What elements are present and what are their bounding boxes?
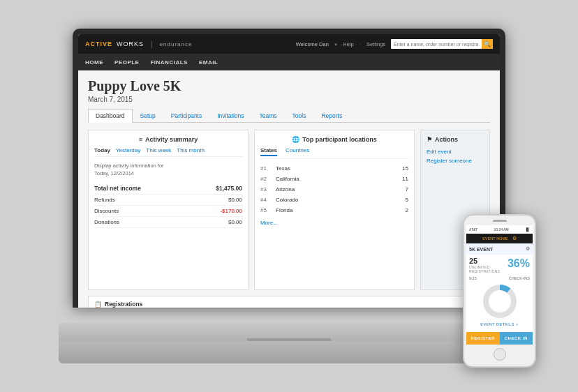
registrations-icon: 📋 [94, 301, 102, 308]
nav-home[interactable]: HOME [85, 59, 103, 66]
phone-time: 10:24 AM [494, 227, 509, 232]
phone-bottom-buttons: REGISTER CHECK IN [466, 332, 533, 345]
nav-financials[interactable]: FINANCIALS [150, 59, 187, 66]
activity-tab-today[interactable]: Today [94, 147, 110, 153]
activity-row-discounts: Discounts -$170.00 [94, 206, 242, 217]
activity-tab-yesterday[interactable]: Yesterday [116, 147, 140, 153]
nav-people[interactable]: PEOPLE [114, 59, 139, 66]
phone-register-button[interactable]: REGISTER [466, 332, 500, 345]
tab-invitations[interactable]: Invitations [209, 109, 251, 122]
activity-panel-title: ≡ Activity summary [94, 136, 242, 143]
phone-checkin-button[interactable]: CHECK IN [500, 332, 533, 345]
app-logo: ACTIVEWORKS | endurance [85, 40, 192, 48]
logo-works-text: WORKS [117, 40, 144, 47]
location-row-1: #1 Texas 15 [260, 163, 408, 174]
app-content: Puppy Love 5K March 7, 2015 Dashboard Se… [78, 70, 500, 308]
tab-setup[interactable]: Setup [133, 109, 163, 122]
phone-event-body: 25 UNLIMITED REGISTRATIONS 36% 9:25 CHEC… [466, 255, 533, 332]
flag-icon: ⚑ [427, 136, 432, 143]
phone-event-name: 5K EVENT [469, 247, 493, 252]
edit-event-link[interactable]: Edit event [427, 149, 484, 155]
phone-settings-icon[interactable]: ⚙ [512, 236, 517, 241]
app-navbar: HOME PEOPLE FINANCIALS EMAIL [78, 54, 500, 70]
phone-screen: AT&T 10:24 AM ▐▌ EVENT HOME ⚙ 5K EVENT ⚙… [466, 225, 533, 345]
tab-teams[interactable]: Teams [252, 109, 285, 122]
logo-endurance-text: endurance [160, 41, 193, 47]
registrations-panel: 📋 Registrations [88, 296, 490, 308]
laptop-screen: ACTIVEWORKS | endurance Welcome Dan ● He… [78, 34, 500, 308]
phone-navbar: EVENT HOME ⚙ [466, 234, 533, 243]
laptop-screen-border: ACTIVEWORKS | endurance Welcome Dan ● He… [73, 29, 505, 308]
welcome-text: Welcome Dan [296, 41, 329, 47]
location-row-4: #4 Colorado 5 [260, 195, 408, 205]
phone-gear-icon[interactable]: ⚙ [526, 246, 530, 252]
locations-panel: 🌐 Top participant locations States Count… [254, 130, 415, 290]
app-topbar: ACTIVEWORKS | endurance Welcome Dan ● He… [78, 34, 500, 54]
locations-panel-title: 🌐 Top participant locations [260, 136, 408, 143]
activity-title-icon: ≡ [139, 136, 142, 143]
logo-divider: | [151, 40, 153, 48]
activity-row-donations: Donations $0.00 [94, 217, 242, 228]
tab-tools[interactable]: Tools [285, 109, 314, 122]
tab-participants[interactable]: Participants [163, 109, 209, 122]
location-row-3: #3 Arizona 7 [260, 184, 408, 195]
global-search-input[interactable] [391, 39, 482, 49]
activity-panel: ≡ Activity summary Today Yesterday This … [88, 130, 249, 290]
main-panels: ≡ Activity summary Today Yesterday This … [88, 130, 490, 290]
location-row-2: #2 California 11 [260, 174, 408, 184]
svg-point-2 [491, 292, 509, 310]
help-link[interactable]: Help [343, 41, 353, 47]
location-tab-states[interactable]: States [260, 147, 277, 156]
location-tab-countries[interactable]: Countries [286, 147, 309, 156]
phone-battery-icon: ▐▌ [525, 227, 530, 232]
register-someone-link[interactable]: Register someone [427, 158, 484, 164]
activity-row-refunds: Refunds $0.00 [94, 195, 242, 206]
laptop-foot [59, 341, 519, 363]
laptop-base [59, 323, 519, 342]
phone-nav-event-home[interactable]: EVENT HOME [482, 236, 507, 241]
phone-carrier: AT&T [469, 227, 477, 232]
activity-info: Display activity information for Today, … [94, 163, 242, 177]
settings-link[interactable]: Settings [366, 41, 385, 47]
laptop: ACTIVEWORKS | endurance Welcome Dan ● He… [59, 29, 519, 363]
globe-icon: 🌐 [292, 136, 299, 143]
phone-speaker [493, 220, 507, 222]
activity-row-income: Total net income $1,475.00 [94, 183, 242, 195]
event-title: Puppy Love 5K [88, 77, 490, 94]
tab-reports[interactable]: Reports [313, 109, 350, 122]
phone-statusbar: AT&T 10:24 AM ▐▌ [466, 225, 533, 234]
topbar-right: Welcome Dan ● Help · Settings 🔍 [296, 39, 493, 49]
phone-event-details-btn[interactable]: EVENT DETAILS > [469, 322, 530, 326]
search-wrapper: 🔍 [391, 39, 493, 49]
activity-tab-week[interactable]: This week [146, 147, 171, 153]
location-tabs: States Countries [260, 147, 408, 159]
phone-check-row: 9:25 CHECK-INS [469, 276, 530, 280]
phone-registrations-stat: 25 UNLIMITED REGISTRATIONS [469, 257, 500, 273]
global-search-button[interactable]: 🔍 [482, 39, 493, 49]
logo-active-text: ACTIVE [85, 40, 112, 47]
actions-title: ⚑ Actions [427, 136, 484, 143]
phone: AT&T 10:24 AM ▐▌ EVENT HOME ⚙ 5K EVENT ⚙… [463, 214, 536, 368]
event-date: March 7, 2015 [88, 96, 490, 103]
phone-home-button[interactable] [494, 348, 506, 361]
activity-tabs: Today Yesterday This week This month [94, 147, 242, 157]
phone-donut-chart [482, 283, 518, 319]
activity-tab-month[interactable]: This month [177, 147, 205, 153]
phone-percent-area: 36% [507, 257, 530, 270]
tabs-bar: Dashboard Setup Participants Invitations… [88, 109, 490, 123]
phone-stats-row: 25 UNLIMITED REGISTRATIONS 36% [469, 257, 530, 273]
location-row-5: #5 Florida 2 [260, 205, 408, 216]
nav-email[interactable]: EMAIL [199, 59, 218, 66]
scene: ACTIVEWORKS | endurance Welcome Dan ● He… [0, 0, 578, 392]
tab-dashboard[interactable]: Dashboard [88, 109, 133, 123]
phone-event-header: 5K EVENT ⚙ [466, 243, 533, 255]
locations-more-link[interactable]: More... [260, 220, 408, 226]
